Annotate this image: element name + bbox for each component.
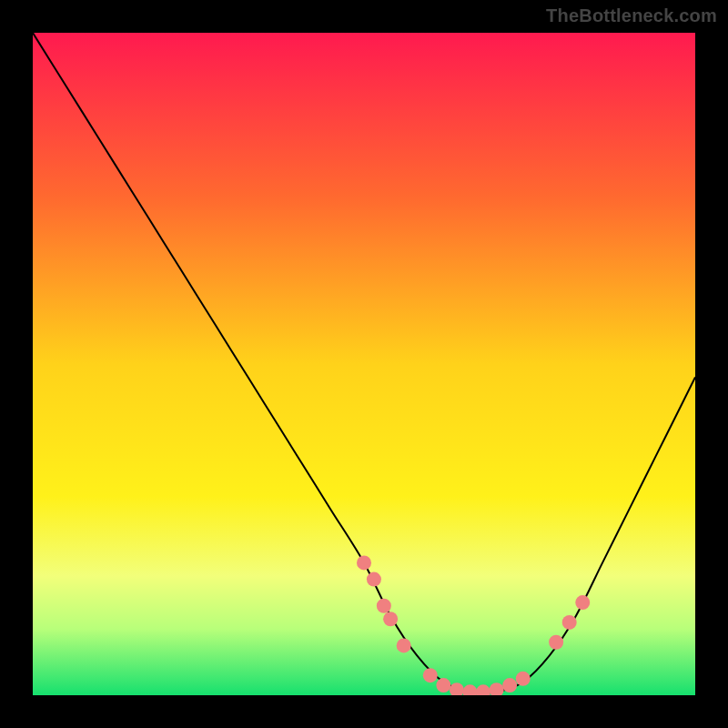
marker-dot [377, 599, 391, 613]
marker-dot [397, 638, 411, 652]
gradient-background [33, 33, 695, 695]
marker-dot [423, 668, 438, 682]
chart-svg [33, 33, 695, 695]
marker-dot [562, 615, 577, 630]
marker-dot [357, 555, 371, 570]
marker-dot [436, 678, 450, 693]
marker-dot [367, 572, 381, 587]
marker-dot [575, 595, 590, 610]
plot-area [33, 33, 695, 695]
marker-dot [516, 672, 531, 686]
marker-dot [383, 612, 398, 626]
marker-dot [549, 635, 563, 650]
marker-dot [502, 678, 517, 693]
watermark-text: TheBottleneck.com [546, 5, 717, 26]
chart-frame: TheBottleneck.com [0, 0, 728, 728]
